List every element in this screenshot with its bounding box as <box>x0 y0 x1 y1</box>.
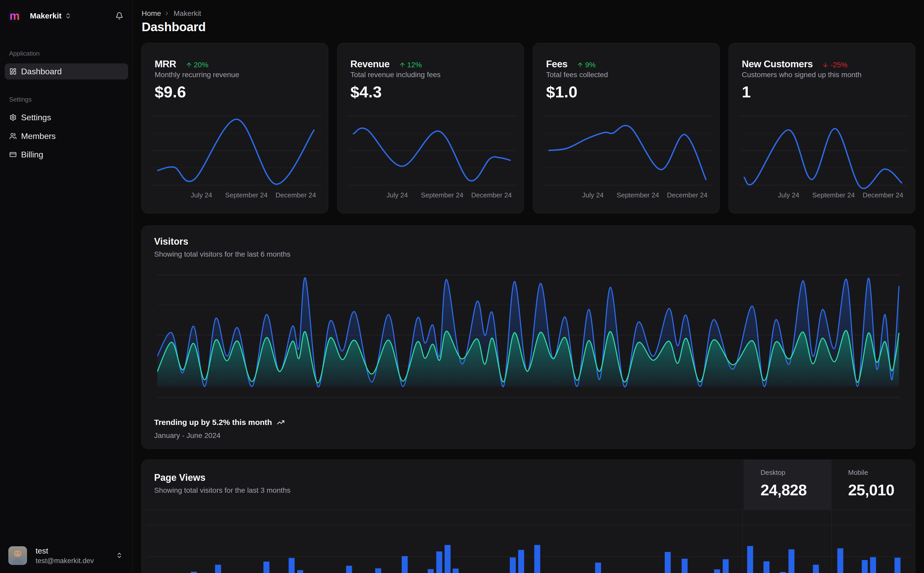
svg-text:m: m <box>9 10 19 22</box>
